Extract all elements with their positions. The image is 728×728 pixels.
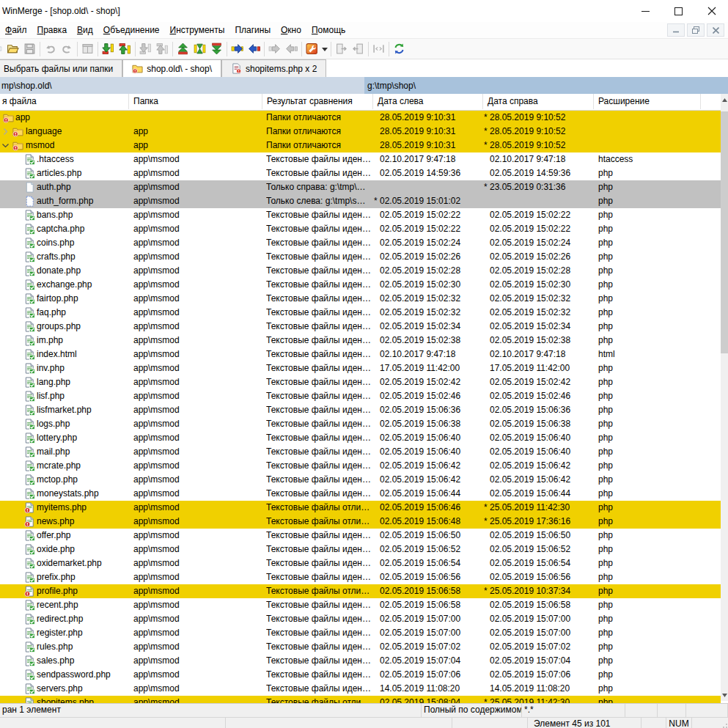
chevron-down-icon[interactable] xyxy=(1,141,10,150)
tab-file-compare[interactable]: shopitems.php x 2 xyxy=(221,59,326,77)
last-diff-icon[interactable] xyxy=(208,40,225,57)
menu-merge[interactable]: Объединение xyxy=(98,23,165,37)
column-header-extension[interactable]: Расширение xyxy=(594,94,701,109)
file-name: logs.php xyxy=(37,417,129,431)
menu-tools[interactable]: Инструменты xyxy=(165,23,230,37)
maximize-icon[interactable] xyxy=(662,0,695,22)
table-row[interactable]: lottery.phpapp\msmodТекстовые файлы иден… xyxy=(0,431,721,445)
menu-file[interactable]: Файл xyxy=(0,23,32,37)
options-wrench-icon[interactable] xyxy=(304,40,320,57)
vertical-scrollbar[interactable] xyxy=(721,94,728,701)
close-icon[interactable] xyxy=(695,0,728,22)
first-diff-icon[interactable] xyxy=(174,40,191,57)
scroll-up-icon[interactable] xyxy=(721,94,728,106)
folder-cell: app\msmod xyxy=(133,682,258,696)
table-row[interactable]: sales.phpapp\msmodТекстовые файлы иден…0… xyxy=(0,654,721,668)
column-header-folder[interactable]: Папка xyxy=(129,94,262,109)
left-date-cell: 02.10.2017 9:47:18 xyxy=(373,348,483,361)
scrollbar-thumb[interactable] xyxy=(721,111,728,353)
menu-window[interactable]: Окно xyxy=(276,23,306,37)
table-row[interactable]: mcrate.phpapp\msmodТекстовые файлы иден…… xyxy=(0,459,721,473)
table-row[interactable]: offer.phpapp\msmodТекстовые файлы иден…0… xyxy=(0,529,721,543)
window-controls xyxy=(629,0,728,22)
menu-view[interactable]: Вид xyxy=(72,23,98,37)
table-row[interactable]: groups.phpapp\msmodТекстовые файлы иден…… xyxy=(0,320,721,334)
menu-help[interactable]: Помощь xyxy=(306,23,350,37)
mdi-close-icon[interactable] xyxy=(707,23,724,37)
folder-cell: app\msmod xyxy=(133,529,258,543)
prev-diff-icon[interactable] xyxy=(117,40,133,57)
refresh-icon[interactable] xyxy=(391,40,408,57)
tab-select-files[interactable]: Выбрать файлы или папки xyxy=(0,59,122,77)
table-row[interactable]: faq.phpapp\msmodТекстовые файлы иден…02.… xyxy=(0,306,721,320)
table-row[interactable]: bans.phpapp\msmodТекстовые файлы иден…02… xyxy=(0,208,721,222)
table-row[interactable]: articles.phpapp\msmodТекстовые файлы иде… xyxy=(0,166,721,180)
table-row[interactable]: languageappПапки отличаются28.05.2019 9:… xyxy=(0,125,721,139)
table-row[interactable]: lang.phpapp\msmodТекстовые файлы иден…02… xyxy=(0,375,721,389)
current-diff-icon[interactable] xyxy=(191,40,208,57)
column-header-filename[interactable]: я файла xyxy=(0,94,129,109)
table-row[interactable]: logs.phpapp\msmodТекстовые файлы иден…02… xyxy=(0,417,721,431)
view-split-icon xyxy=(79,40,96,57)
column-header-left-date[interactable]: Дата слева xyxy=(373,94,483,109)
minimize-icon[interactable] xyxy=(629,0,662,22)
mdi-restore-icon[interactable] xyxy=(687,23,705,37)
scroll-down-icon[interactable] xyxy=(721,689,728,701)
extension-cell: php xyxy=(598,529,701,543)
right-path-header[interactable]: g:\tmp\shop\ xyxy=(364,77,728,94)
tab-folder-compare[interactable]: shop.old\ - shop\ xyxy=(122,59,221,77)
undo-icon xyxy=(42,40,59,57)
table-row[interactable]: prefix.phpapp\msmodТекстовые файлы иден…… xyxy=(0,570,721,584)
left-date-cell: 02.05.2019 15:02:22 xyxy=(373,222,483,236)
table-row[interactable]: lisfmarket.phpapp\msmodТекстовые файлы и… xyxy=(0,403,721,417)
dropdown-caret-icon[interactable] xyxy=(320,40,329,57)
extension-cell: php xyxy=(598,445,701,459)
copy-right-icon[interactable] xyxy=(229,40,246,57)
column-header-compare-result[interactable]: Результат сравнения xyxy=(262,94,373,109)
open-folder-icon[interactable] xyxy=(4,40,21,57)
resize-grip[interactable] xyxy=(692,718,728,728)
table-row[interactable]: moneystats.phpapp\msmodТекстовые файлы и… xyxy=(0,487,721,501)
tab-label: shop.old\ - shop\ xyxy=(147,64,212,74)
table-row[interactable]: rules.phpapp\msmodТекстовые файлы иден…0… xyxy=(0,640,721,654)
table-row[interactable]: profile.phpapp\msmodТекстовые файлы отли… xyxy=(0,584,721,598)
table-row[interactable]: auth_form.phpapp\msmodТолько слева: g:\t… xyxy=(0,194,721,208)
table-row[interactable]: fairtop.phpapp\msmodТекстовые файлы иден… xyxy=(0,292,721,306)
table-row[interactable]: sendpassword.phpapp\msmodТекстовые файлы… xyxy=(0,668,721,682)
table-row[interactable]: appПапки отличаются28.05.2019 9:10:31* 2… xyxy=(0,111,721,125)
table-row[interactable]: news.phpapp\msmodТекстовые файлы отли…02… xyxy=(0,515,721,529)
mdi-minimize-icon[interactable] xyxy=(667,23,685,37)
menu-edit[interactable]: Правка xyxy=(32,23,73,37)
table-row[interactable]: msmodappПапки отличаются28.05.2019 9:10:… xyxy=(0,139,721,152)
menu-plugins[interactable]: Плагины xyxy=(229,23,276,37)
table-row[interactable]: servers.phpapp\msmodТекстовые файлы иден… xyxy=(0,682,721,696)
table-row[interactable]: recent.phpapp\msmodТекстовые файлы иден…… xyxy=(0,598,721,612)
left-path-header[interactable]: mp\shop.old\ xyxy=(0,77,364,94)
table-row[interactable]: .htaccessapp\msmodТекстовые файлы иден…0… xyxy=(0,152,721,166)
chevron-right-icon[interactable] xyxy=(1,127,10,136)
right-date-cell: 02.05.2019 15:02:34 xyxy=(483,320,594,334)
table-row[interactable]: redirect.phpapp\msmodТекстовые файлы иде… xyxy=(0,612,721,626)
extension-cell: php xyxy=(598,250,701,264)
table-row[interactable]: donate.phpapp\msmodТекстовые файлы иден…… xyxy=(0,264,721,278)
table-row[interactable]: oxidemarket.phpapp\msmodТекстовые файлы … xyxy=(0,556,721,570)
table-row[interactable]: mail.phpapp\msmodТекстовые файлы иден…02… xyxy=(0,445,721,459)
table-row[interactable]: exchange.phpapp\msmodТекстовые файлы иде… xyxy=(0,278,721,292)
table-row[interactable]: index.htmlapp\msmodТекстовые файлы иден…… xyxy=(0,348,721,361)
status-pane xyxy=(226,718,452,728)
table-row[interactable]: register.phpapp\msmodТекстовые файлы иде… xyxy=(0,626,721,640)
table-row[interactable]: coins.phpapp\msmodТекстовые файлы иден…0… xyxy=(0,236,721,250)
table-row[interactable]: crafts.phpapp\msmodТекстовые файлы иден…… xyxy=(0,250,721,264)
table-row[interactable]: im.phpapp\msmodТекстовые файлы иден…02.0… xyxy=(0,334,721,348)
column-header-right-date[interactable]: Дата справа xyxy=(483,94,594,109)
table-row[interactable]: inv.phpapp\msmodТекстовые файлы иден…17.… xyxy=(0,361,721,375)
table-row[interactable]: myitems.phpapp\msmodТекстовые файлы отли… xyxy=(0,501,721,515)
table-row[interactable]: shopitems.phpapp\msmodТекстовые файлы от… xyxy=(0,696,721,703)
table-row[interactable]: auth.phpapp\msmodТолько справа: g:\tmp\…… xyxy=(0,180,721,194)
table-row[interactable]: mctop.phpapp\msmodТекстовые файлы иден…0… xyxy=(0,473,721,487)
copy-left-icon[interactable] xyxy=(246,40,262,57)
table-row[interactable]: lisf.phpapp\msmodТекстовые файлы иден…02… xyxy=(0,389,721,403)
table-row[interactable]: oxide.phpapp\msmodТекстовые файлы иден…0… xyxy=(0,543,721,556)
table-row[interactable]: captcha.phpapp\msmodТекстовые файлы иден… xyxy=(0,222,721,236)
next-diff-icon[interactable] xyxy=(100,40,117,57)
